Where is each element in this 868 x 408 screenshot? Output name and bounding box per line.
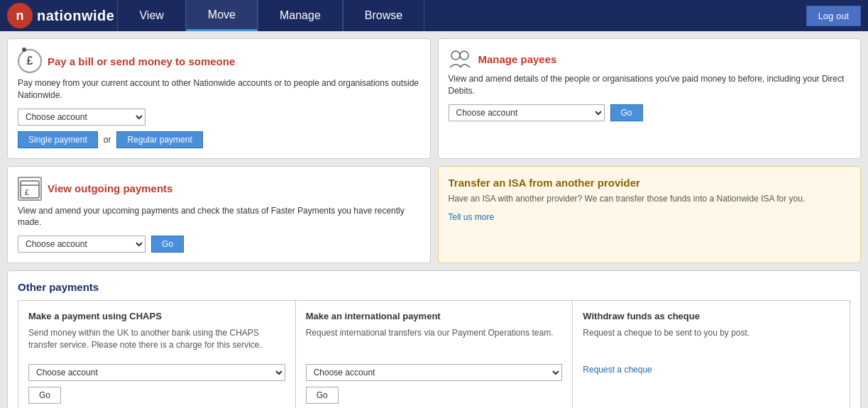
payments-grid: Make a payment using CHAPS Send money wi… bbox=[18, 300, 850, 408]
international-form-row: Choose account bbox=[306, 364, 563, 381]
international-account-select[interactable]: Choose account bbox=[306, 364, 563, 381]
pound-circle-icon: £ bbox=[18, 49, 42, 73]
view-outgoing-form-row: Choose account Go bbox=[18, 236, 420, 253]
pay-bill-description: Pay money from your current account to o… bbox=[18, 77, 420, 101]
tab-move[interactable]: Move bbox=[186, 0, 258, 31]
manage-payees-description: View and amend details of the people or … bbox=[449, 73, 851, 97]
transfer-isa-card: Transfer an ISA from another provider Ha… bbox=[438, 166, 862, 264]
international-button-row: Go bbox=[306, 387, 563, 404]
view-outgoing-card: £ View outgoing payments View and amend … bbox=[7, 166, 431, 264]
regular-payment-button[interactable]: Regular payment bbox=[116, 131, 202, 148]
calendar-icon: £ bbox=[18, 177, 42, 201]
chaps-button-row: Go bbox=[28, 387, 285, 404]
cheque-title: Withdraw funds as cheque bbox=[583, 311, 840, 321]
tab-view[interactable]: View bbox=[117, 0, 185, 31]
tab-browse[interactable]: Browse bbox=[343, 0, 424, 31]
view-outgoing-go-button[interactable]: Go bbox=[151, 236, 184, 253]
request-cheque-link[interactable]: Request a cheque bbox=[583, 365, 652, 375]
other-payments-section: Other payments Make a payment using CHAP… bbox=[7, 270, 861, 408]
logout-area: Log out bbox=[806, 6, 868, 26]
svg-point-2 bbox=[451, 51, 460, 60]
or-text: or bbox=[104, 135, 111, 145]
logout-button[interactable]: Log out bbox=[806, 6, 861, 26]
main-content: £ Pay a bill or send money to someone Pa… bbox=[0, 31, 868, 408]
view-outgoing-account-select[interactable]: Choose account bbox=[18, 236, 145, 253]
transfer-isa-description: Have an ISA with another provider? We ca… bbox=[449, 193, 851, 205]
chaps-column: Make a payment using CHAPS Send money wi… bbox=[18, 301, 296, 408]
chaps-form-row: Choose account bbox=[28, 364, 285, 381]
international-go-button[interactable]: Go bbox=[306, 387, 339, 404]
international-column: Make an international payment Request in… bbox=[296, 301, 573, 408]
transfer-isa-title-text: Transfer an ISA from another provider bbox=[449, 177, 640, 189]
manage-payees-form-row: Choose account Go bbox=[449, 104, 851, 121]
cheque-description: Request a cheque to be sent to you by po… bbox=[583, 327, 840, 355]
tab-manage[interactable]: Manage bbox=[258, 0, 343, 31]
nationwide-logo-icon: n bbox=[7, 3, 33, 28]
cheque-column: Withdraw funds as cheque Request a chequ… bbox=[573, 301, 850, 408]
other-payments-title: Other payments bbox=[18, 281, 850, 293]
logo-text: nationwide bbox=[37, 8, 114, 24]
chaps-title: Make a payment using CHAPS bbox=[28, 311, 285, 321]
nav-tabs: View Move Manage Browse bbox=[117, 0, 806, 31]
top-row: £ Pay a bill or send money to someone Pa… bbox=[7, 38, 861, 159]
view-outgoing-description: View and amend your upcoming payments an… bbox=[18, 205, 420, 229]
logo: n nationwide bbox=[7, 3, 114, 28]
middle-row: £ View outgoing payments View and amend … bbox=[7, 166, 861, 264]
pay-bill-account-select[interactable]: Choose account bbox=[18, 109, 145, 126]
svg-text:£: £ bbox=[25, 189, 29, 197]
manage-payees-card-title: Manage payees bbox=[449, 49, 851, 69]
pay-bill-form-row: Choose account bbox=[18, 109, 420, 126]
people-icon bbox=[449, 49, 473, 69]
pay-bill-title-link[interactable]: Pay a bill or send money to someone bbox=[48, 55, 235, 67]
header: n nationwide View Move Manage Browse Log… bbox=[0, 0, 868, 31]
manage-payees-title-link[interactable]: Manage payees bbox=[478, 53, 557, 65]
single-payment-button[interactable]: Single payment bbox=[18, 131, 98, 148]
pay-bill-button-row: Single payment or Regular payment bbox=[18, 131, 420, 148]
pay-bill-card: £ Pay a bill or send money to someone Pa… bbox=[7, 38, 431, 159]
svg-text:n: n bbox=[16, 9, 24, 23]
svg-point-3 bbox=[460, 51, 468, 60]
pay-bill-card-title: £ Pay a bill or send money to someone bbox=[18, 49, 420, 73]
svg-rect-4 bbox=[21, 181, 39, 198]
manage-payees-card: Manage payees View and amend details of … bbox=[438, 38, 862, 159]
view-outgoing-card-title: £ View outgoing payments bbox=[18, 177, 420, 201]
chaps-go-button[interactable]: Go bbox=[28, 387, 61, 404]
transfer-isa-card-title: Transfer an ISA from another provider bbox=[449, 177, 851, 189]
view-outgoing-title-link[interactable]: View outgoing payments bbox=[48, 182, 172, 194]
international-title: Make an international payment bbox=[306, 311, 563, 321]
chaps-account-select[interactable]: Choose account bbox=[28, 364, 285, 381]
international-description: Request international transfers via our … bbox=[306, 327, 563, 355]
manage-payees-go-button[interactable]: Go bbox=[610, 104, 643, 121]
manage-payees-account-select[interactable]: Choose account bbox=[449, 104, 605, 121]
chaps-description: Send money within the UK to another bank… bbox=[28, 327, 285, 355]
tell-more-link[interactable]: Tell us more bbox=[449, 212, 495, 222]
